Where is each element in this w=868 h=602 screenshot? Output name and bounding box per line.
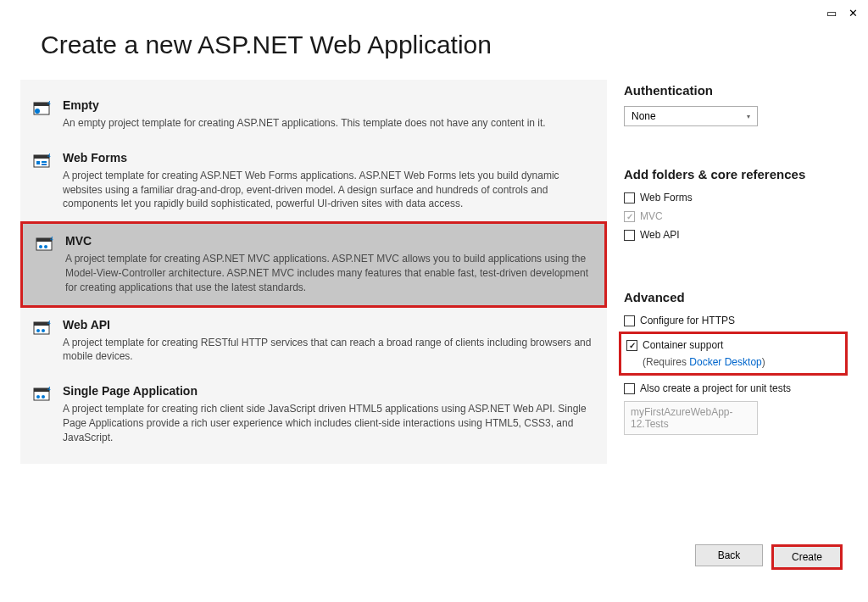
checkbox-label: Also create a project for unit tests xyxy=(640,382,791,394)
checkbox-label: Configure for HTTPS xyxy=(640,315,735,326)
template-desc: An empty project template for creating A… xyxy=(63,116,595,131)
svg-point-18 xyxy=(42,329,45,332)
svg-text:4: 4 xyxy=(47,100,51,106)
template-desc: A project template for creating ASP.NET … xyxy=(65,252,593,294)
checkbox-webforms[interactable]: Web Forms xyxy=(624,190,844,205)
checkbox-container[interactable]: Container support xyxy=(626,337,840,353)
create-button[interactable]: Create xyxy=(771,544,843,570)
svg-point-22 xyxy=(36,395,40,399)
svg-rect-8 xyxy=(42,164,47,165)
template-webforms[interactable]: 4 Web Forms A project template for creat… xyxy=(20,141,607,221)
auth-value: None xyxy=(632,110,656,122)
test-project-name-input[interactable]: myFirstAzureWebApp-12.Tests xyxy=(624,401,758,435)
container-support-highlight: Container support (Requires Docker Deskt… xyxy=(619,332,848,376)
template-desc: A project template for creating ASP.NET … xyxy=(63,169,595,211)
template-mvc[interactable]: 4 MVC A project template for creating AS… xyxy=(20,221,607,307)
template-spa[interactable]: 4 Single Page Application A project temp… xyxy=(20,374,607,454)
checkbox-icon xyxy=(624,192,635,203)
template-icon: 4 xyxy=(32,386,53,406)
svg-text:4: 4 xyxy=(47,320,51,326)
checkbox-icon xyxy=(624,230,635,241)
template-webapi[interactable]: 4 Web API A project template for creatin… xyxy=(20,308,607,375)
template-icon: 4 xyxy=(32,100,53,120)
svg-point-13 xyxy=(44,245,47,248)
svg-text:4: 4 xyxy=(47,386,51,392)
checkbox-icon xyxy=(624,315,635,326)
back-button[interactable]: Back xyxy=(695,544,763,566)
template-title: Web Forms xyxy=(63,151,595,164)
template-empty[interactable]: 4 Empty An empty project template for cr… xyxy=(20,88,607,141)
template-title: MVC xyxy=(65,234,593,248)
svg-rect-6 xyxy=(36,161,40,164)
svg-rect-7 xyxy=(42,161,47,163)
template-title: Single Page Application xyxy=(63,384,595,398)
template-title: Web API xyxy=(63,318,595,332)
chevron-down-icon: ▾ xyxy=(747,113,750,120)
svg-point-2 xyxy=(35,109,40,114)
template-icon: 4 xyxy=(35,236,55,256)
template-title: Empty xyxy=(63,98,595,112)
template-desc: A project template for creating RESTful … xyxy=(63,336,595,365)
auth-dropdown[interactable]: None ▾ xyxy=(624,106,758,126)
page-title: Create a new ASP.NET Web Application xyxy=(0,0,868,80)
auth-heading: Authentication xyxy=(624,83,844,98)
docker-desktop-link[interactable]: Docker Desktop xyxy=(689,356,761,368)
advanced-heading: Advanced xyxy=(624,290,844,304)
container-requires-text: (Requires Docker Desktop) xyxy=(643,356,840,368)
template-icon: 4 xyxy=(32,320,53,340)
checkbox-label: MVC xyxy=(640,210,663,222)
template-icon: 4 xyxy=(32,153,53,173)
maximize-icon[interactable]: ▭ xyxy=(826,7,837,20)
checkbox-webapi[interactable]: Web API xyxy=(624,227,844,242)
checkbox-label: Web API xyxy=(640,229,679,241)
checkbox-https[interactable]: Configure for HTTPS xyxy=(624,313,844,328)
svg-point-12 xyxy=(39,245,42,248)
folders-heading: Add folders & core references xyxy=(624,167,844,181)
checkbox-icon xyxy=(624,211,635,222)
checkbox-icon xyxy=(624,383,635,394)
svg-point-23 xyxy=(42,395,45,399)
checkbox-unittests[interactable]: Also create a project for unit tests xyxy=(624,381,844,396)
close-icon[interactable]: ✕ xyxy=(849,7,858,20)
checkbox-icon xyxy=(626,340,637,351)
checkbox-mvc: MVC xyxy=(624,209,844,224)
svg-text:4: 4 xyxy=(50,236,53,242)
checkbox-label: Web Forms xyxy=(640,192,693,203)
template-desc: A project template for creating rich cli… xyxy=(63,402,595,444)
checkbox-label: Container support xyxy=(643,339,723,351)
template-list: 4 Empty An empty project template for cr… xyxy=(20,80,607,464)
svg-point-17 xyxy=(36,329,40,332)
options-panel: Authentication None ▾ Add folders & core… xyxy=(624,80,844,464)
svg-text:4: 4 xyxy=(47,153,51,159)
